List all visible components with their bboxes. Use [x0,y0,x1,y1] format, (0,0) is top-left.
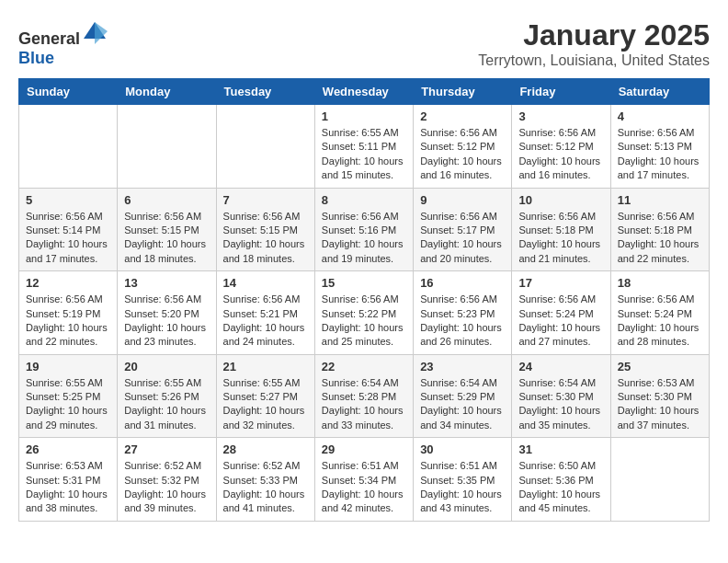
daylight-text: Daylight: 10 hours and 33 minutes. [322,405,404,430]
sunrise-text: Sunrise: 6:56 AM [518,293,596,304]
cell-content: Sunrise: 6:54 AM Sunset: 5:28 PM Dayligh… [322,376,406,433]
sunrise-text: Sunrise: 6:56 AM [618,211,695,222]
page-header: General Blue January 2025 Terrytown, Lou… [18,18,710,69]
calendar-cell: 23 Sunrise: 6:54 AM Sunset: 5:29 PM Dayl… [414,354,512,438]
cell-content: Sunrise: 6:55 AM Sunset: 5:27 PM Dayligh… [223,376,308,433]
cell-content: Sunrise: 6:52 AM Sunset: 5:32 PM Dayligh… [124,459,209,516]
calendar-cell: 20 Sunrise: 6:55 AM Sunset: 5:26 PM Dayl… [118,354,216,438]
sunrise-text: Sunrise: 6:55 AM [26,377,103,388]
daylight-text: Daylight: 10 hours and 42 minutes. [322,488,404,513]
day-number: 15 [322,276,406,290]
day-number: 24 [518,360,603,373]
calendar-cell: 9 Sunrise: 6:56 AM Sunset: 5:17 PM Dayli… [414,188,512,271]
sunrise-text: Sunrise: 6:51 AM [322,460,399,471]
cell-content: Sunrise: 6:50 AM Sunset: 5:36 PM Dayligh… [518,459,603,516]
cell-content: Sunrise: 6:56 AM Sunset: 5:13 PM Dayligh… [618,126,702,183]
sunset-text: Sunset: 5:18 PM [518,224,593,236]
svg-marker-1 [95,22,108,44]
sunset-text: Sunset: 5:36 PM [518,475,593,486]
cell-content: Sunrise: 6:53 AM Sunset: 5:31 PM Dayligh… [26,459,110,516]
sunset-text: Sunset: 5:30 PM [618,391,692,402]
day-number: 1 [322,109,406,123]
calendar-cell: 6 Sunrise: 6:56 AM Sunset: 5:15 PM Dayli… [118,188,216,271]
daylight-text: Daylight: 10 hours and 17 minutes. [26,238,108,263]
sunset-text: Sunset: 5:24 PM [618,308,692,319]
daylight-text: Daylight: 10 hours and 27 minutes. [518,322,600,347]
day-number: 27 [124,442,209,456]
cell-content: Sunrise: 6:56 AM Sunset: 5:17 PM Dayligh… [420,210,505,267]
daylight-text: Daylight: 10 hours and 16 minutes. [420,155,502,180]
calendar-cell: 16 Sunrise: 6:56 AM Sunset: 5:23 PM Dayl… [414,271,512,355]
calendar-cell: 10 Sunrise: 6:56 AM Sunset: 5:18 PM Dayl… [512,188,610,271]
calendar-cell [19,105,118,189]
day-number: 23 [420,360,505,373]
daylight-text: Daylight: 10 hours and 22 minutes. [618,238,700,263]
sunset-text: Sunset: 5:18 PM [618,224,692,236]
daylight-text: Daylight: 10 hours and 18 minutes. [223,238,305,263]
cell-content: Sunrise: 6:56 AM Sunset: 5:14 PM Dayligh… [26,210,110,267]
day-number: 2 [420,109,505,123]
sunrise-text: Sunrise: 6:56 AM [518,211,596,222]
cell-content: Sunrise: 6:56 AM Sunset: 5:21 PM Dayligh… [223,293,308,350]
calendar-cell: 12 Sunrise: 6:56 AM Sunset: 5:19 PM Dayl… [19,271,118,355]
cell-content: Sunrise: 6:54 AM Sunset: 5:30 PM Dayligh… [518,376,603,433]
logo-general: General [18,29,80,48]
sunrise-text: Sunrise: 6:56 AM [223,211,301,222]
day-number: 6 [124,193,209,207]
calendar-week-row: 19 Sunrise: 6:55 AM Sunset: 5:25 PM Dayl… [19,354,710,438]
day-number: 5 [26,193,110,207]
sunrise-text: Sunrise: 6:52 AM [223,460,301,471]
sunset-text: Sunset: 5:24 PM [518,308,593,319]
calendar-cell: 5 Sunrise: 6:56 AM Sunset: 5:14 PM Dayli… [19,188,118,271]
calendar-cell: 27 Sunrise: 6:52 AM Sunset: 5:32 PM Dayl… [118,438,216,522]
calendar-cell: 19 Sunrise: 6:55 AM Sunset: 5:25 PM Dayl… [19,354,118,438]
calendar-cell: 8 Sunrise: 6:56 AM Sunset: 5:16 PM Dayli… [314,188,413,271]
daylight-text: Daylight: 10 hours and 18 minutes. [124,238,206,263]
sunrise-text: Sunrise: 6:52 AM [124,460,201,471]
calendar-cell: 18 Sunrise: 6:56 AM Sunset: 5:24 PM Dayl… [610,271,709,355]
sunset-text: Sunset: 5:27 PM [223,391,298,402]
cell-content: Sunrise: 6:56 AM Sunset: 5:18 PM Dayligh… [618,210,702,267]
sunset-text: Sunset: 5:31 PM [26,475,100,486]
sunrise-text: Sunrise: 6:55 AM [124,377,201,388]
daylight-text: Daylight: 10 hours and 29 minutes. [26,405,108,430]
calendar-cell: 3 Sunrise: 6:56 AM Sunset: 5:12 PM Dayli… [512,105,610,189]
weekday-header: Monday [118,79,216,105]
sunrise-text: Sunrise: 6:50 AM [518,460,596,471]
sunrise-text: Sunrise: 6:56 AM [420,211,497,222]
calendar-week-row: 26 Sunrise: 6:53 AM Sunset: 5:31 PM Dayl… [19,438,710,522]
sunrise-text: Sunrise: 6:55 AM [322,127,399,138]
daylight-text: Daylight: 10 hours and 31 minutes. [124,405,206,430]
cell-content: Sunrise: 6:53 AM Sunset: 5:30 PM Dayligh… [618,376,702,433]
sunrise-text: Sunrise: 6:56 AM [223,293,301,304]
month-title: January 2025 [478,18,710,52]
cell-content: Sunrise: 6:56 AM Sunset: 5:19 PM Dayligh… [26,293,110,350]
sunset-text: Sunset: 5:33 PM [223,475,298,486]
sunrise-text: Sunrise: 6:56 AM [124,211,201,222]
daylight-text: Daylight: 10 hours and 43 minutes. [420,488,502,513]
day-number: 12 [26,276,110,290]
cell-content: Sunrise: 6:54 AM Sunset: 5:29 PM Dayligh… [420,376,505,433]
calendar-cell: 22 Sunrise: 6:54 AM Sunset: 5:28 PM Dayl… [314,354,413,438]
day-number: 16 [420,276,505,290]
day-number: 29 [322,442,406,456]
day-number: 17 [518,276,603,290]
cell-content: Sunrise: 6:56 AM Sunset: 5:15 PM Dayligh… [124,210,209,267]
day-number: 30 [420,442,505,456]
calendar-cell: 15 Sunrise: 6:56 AM Sunset: 5:22 PM Dayl… [314,271,413,355]
sunset-text: Sunset: 5:20 PM [124,308,199,319]
day-number: 10 [518,193,603,207]
calendar-cell: 29 Sunrise: 6:51 AM Sunset: 5:34 PM Dayl… [314,438,413,522]
sunset-text: Sunset: 5:35 PM [420,475,495,486]
daylight-text: Daylight: 10 hours and 34 minutes. [420,405,502,430]
day-number: 11 [618,193,702,207]
daylight-text: Daylight: 10 hours and 26 minutes. [420,322,502,347]
sunset-text: Sunset: 5:12 PM [420,141,495,152]
sunrise-text: Sunrise: 6:56 AM [322,293,399,304]
location-title: Terrytown, Louisiana, United States [478,52,710,69]
daylight-text: Daylight: 10 hours and 45 minutes. [518,488,600,513]
sunrise-text: Sunrise: 6:54 AM [322,377,399,388]
daylight-text: Daylight: 10 hours and 17 minutes. [618,155,700,180]
sunset-text: Sunset: 5:19 PM [26,308,100,319]
daylight-text: Daylight: 10 hours and 32 minutes. [223,405,305,430]
